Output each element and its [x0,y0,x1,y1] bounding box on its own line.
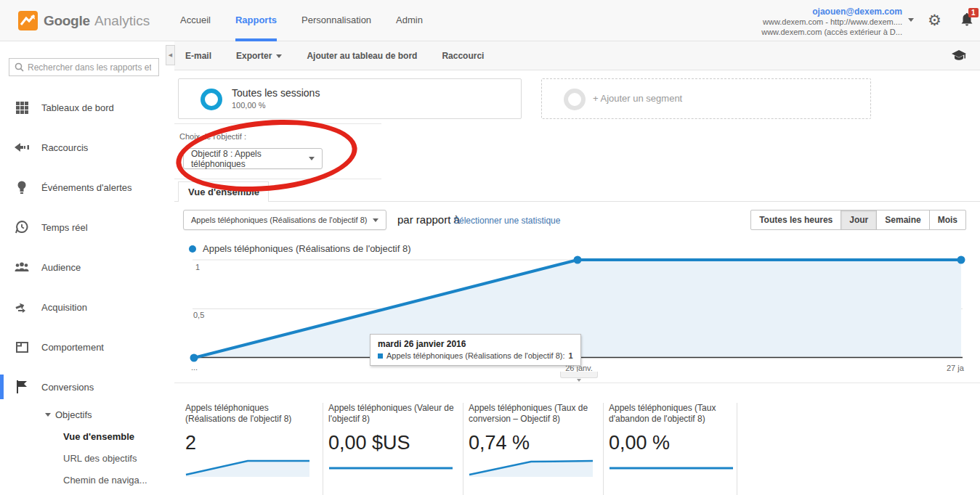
metric-select-dropdown[interactable]: Appels téléphoniques (Réalisations de l'… [183,210,386,230]
behavior-layout-icon [14,339,30,355]
nav-accueil[interactable]: Accueil [180,0,211,41]
search-input[interactable] [28,62,151,73]
top-nav: Accueil Rapports Personnalisation Admin [180,0,423,41]
x-tick-27-janv: 27 ja [947,364,964,372]
card-value: 2 [185,432,316,454]
email-button[interactable]: E-mail [185,51,211,61]
add-segment-donut-icon [564,89,586,110]
metric-select-value: Appels téléphoniques (Réalisations de l'… [191,216,367,224]
chart-tooltip: mardi 26 janvier 2016 Appels téléphoniqu… [370,334,581,366]
sidebar-subitem-vue-densemble[interactable]: Vue d'ensemble [63,431,134,442]
card-taux-abandon[interactable]: Appels téléphoniques (Taux d'abandon de … [609,403,740,480]
lightbulb-icon [14,179,30,195]
sidebar-subitem-url-objectifs[interactable]: URL des objectifs [63,453,137,464]
segment-donut-icon [201,89,222,110]
granularity-mois[interactable]: Mois [929,210,965,229]
metric-select-chevron-down-icon [373,218,378,222]
tooltip-series-label: Appels téléphoniques (Réalisations de l'… [386,351,564,360]
report-main: Toutes les sessions 100,00 % + Ajouter u… [174,70,980,495]
realtime-clock-icon [14,219,30,235]
goal-chooser-panel: Choix de l'objectif : Objectif 8 : Appel… [174,123,381,179]
goal-select-value: Objectif 8 : Appels téléphoniques [191,149,309,169]
granularity-group: Toutes les heures Jour Semaine Mois [750,210,966,230]
tooltip-date: mardi 26 janvier 2016 [378,339,573,349]
sidebar-item-comportement[interactable]: Comportement [0,336,174,358]
nav-rapports[interactable]: Rapports [235,0,277,41]
sidebar-subitem-objectifs[interactable]: Objectifs [45,409,92,420]
granularity-semaine[interactable]: Semaine [876,210,928,229]
logo[interactable]: Google Analytics [18,11,150,30]
sidebar: Tableaux de bord Raccourcis Événemen [0,41,174,495]
sparkline [185,458,310,477]
chart-legend: Appels téléphoniques (Réalisations de l'… [189,243,411,254]
add-segment-button[interactable]: + Ajouter un segment [541,78,871,119]
vs-label: par rapport à [397,213,460,226]
nav-personnalisation[interactable]: Personnalisation [301,0,371,41]
tab-vue-densemble[interactable]: Vue d'ensemble [178,181,269,202]
goal-select-dropdown[interactable]: Objectif 8 : Appels téléphoniques [183,148,323,169]
acquisition-arrows-icon [14,299,30,315]
sidebar-item-acquisition[interactable]: Acquisition [0,296,174,318]
expander-chevron-down-icon [577,379,581,382]
sparkline [609,458,734,477]
account-property: www.dexem.com - http://www.dexem.... [741,17,902,27]
segment-title: Toutes les sessions [232,87,320,99]
sidebar-subitem-chemin-navigation[interactable]: Chemin de naviga... [63,475,147,486]
sidebar-item-raccourcis[interactable]: Raccourcis [0,136,174,158]
sidebar-item-audience[interactable]: Audience [0,256,174,278]
card-realisations[interactable]: Appels téléphoniques (Réalisations de l'… [185,403,316,480]
annotations-expander[interactable] [560,372,598,378]
chart-bottom-divider [174,382,980,383]
account-chevron-down-icon[interactable] [908,18,914,22]
analytics-logo-icon [18,11,38,30]
goal-chooser-label: Choix de l'objectif : [179,132,246,141]
add-to-dashboard-button[interactable]: Ajouter au tableau de bord [307,51,417,61]
y-tick-1: 1 [195,263,200,271]
search-box[interactable] [9,58,159,76]
dashboard-icon [14,99,30,115]
search-icon [15,62,24,72]
account-view: www.dexem.com (accès extérieur à D... [741,27,902,37]
granularity-jour[interactable]: Jour [841,210,876,229]
segment-all-sessions[interactable]: Toutes les sessions 100,00 % [178,78,522,119]
google-analytics-page: Google Analytics Accueil Rapports Person… [0,0,980,495]
y-tick-05: 0,5 [193,311,204,319]
active-indicator [0,375,4,399]
gear-icon[interactable]: ⚙ [928,12,941,29]
tab-divider [174,201,980,202]
objectifs-chevron-down-icon [45,413,51,417]
account-switcher[interactable]: ojaouen@dexem.com www.dexem.com - http:/… [741,7,902,37]
notification-badge: 1 [968,8,979,17]
x-tick-start: ... [191,363,198,372]
tooltip-value: 1 [568,351,572,360]
account-email: ojaouen@dexem.com [741,7,902,17]
card-divider [323,403,323,495]
bell-icon[interactable]: 1 [960,12,975,28]
shortcut-button[interactable]: Raccourci [442,51,484,61]
sparkline [328,458,453,477]
sidebar-item-conversions[interactable]: Conversions [0,376,174,398]
education-cap-icon[interactable] [951,49,967,62]
sidebar-item-evenements-alertes[interactable]: Événements d'alertes [0,176,174,198]
select-metric-link[interactable]: Sélectionner une statistique [453,216,560,226]
card-value: 0,00 % [609,432,740,454]
card-taux-conversion[interactable]: Appels téléphoniques (Taux de conversion… [469,403,599,480]
sidebar-item-temps-reel[interactable]: Temps réel [0,216,174,238]
card-divider [737,403,737,495]
card-value: 0,00 $US [328,432,459,454]
brand-analytics: Analytics [94,13,150,28]
card-divider [463,403,463,495]
card-valeur[interactable]: Appels téléphoniques (Valeur de l'object… [328,403,459,480]
sidebar-item-tableaux-de-bord[interactable]: Tableaux de bord [0,97,174,118]
metric-cards: Appels téléphoniques (Réalisations de l'… [174,403,980,495]
granularity-toutes-les-heures[interactable]: Toutes les heures [751,210,841,229]
audience-people-icon [14,259,30,275]
card-value: 0,74 % [469,432,599,454]
export-button[interactable]: Exporter [236,51,282,61]
collapse-sidebar-button[interactable]: ◀ [166,45,175,65]
report-toolbar: E-mail Exporter Ajouter au tableau de bo… [174,41,980,70]
export-chevron-down-icon [276,54,282,58]
nav-admin[interactable]: Admin [396,0,423,41]
shortcut-arrow-icon [14,139,30,155]
sparkline [469,458,594,477]
